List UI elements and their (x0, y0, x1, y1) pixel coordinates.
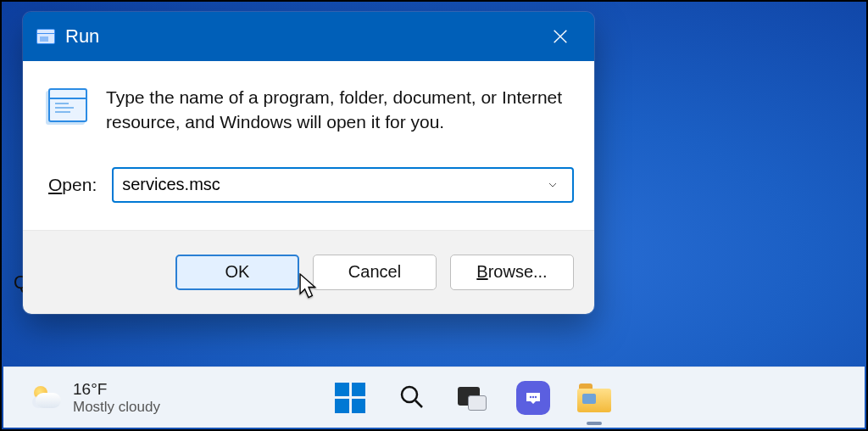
open-combobox[interactable] (112, 167, 574, 203)
task-view-icon (458, 385, 487, 411)
open-input[interactable] (122, 175, 540, 194)
dialog-button-row: OK Cancel Browse... (23, 230, 594, 314)
ok-button[interactable]: OK (175, 255, 299, 290)
search-icon (398, 383, 425, 413)
window-title: Run (65, 25, 99, 48)
run-icon (36, 29, 55, 44)
close-button[interactable] (533, 12, 587, 61)
svg-point-4 (530, 395, 531, 397)
chat-icon (516, 381, 550, 415)
browse-button[interactable]: Browse... (450, 255, 574, 290)
svg-line-3 (415, 400, 422, 407)
weather-widget[interactable]: 16°F Mostly cloudy (32, 380, 160, 415)
svg-point-6 (535, 395, 537, 397)
close-icon (551, 27, 570, 46)
taskbar-center (331, 379, 613, 417)
weather-text: 16°F Mostly cloudy (73, 380, 160, 415)
chat-button[interactable] (515, 379, 552, 417)
chevron-down-icon (546, 178, 559, 192)
weather-icon (32, 384, 63, 410)
titlebar-left: Run (36, 25, 99, 48)
run-large-icon (48, 88, 87, 122)
weather-condition: Mostly cloudy (73, 399, 160, 416)
run-dialog: Run Type the name of a program, folder, … (23, 12, 594, 314)
taskbar[interactable]: 16°F Mostly cloudy (3, 367, 865, 428)
instruction-text: Type the name of a program, folder, docu… (106, 85, 574, 135)
svg-point-5 (532, 395, 534, 397)
dialog-body: Type the name of a program, folder, docu… (23, 61, 594, 230)
cancel-button[interactable]: Cancel (313, 255, 437, 290)
open-label: Open: (48, 175, 97, 195)
file-explorer-button[interactable] (576, 379, 613, 417)
weather-temperature: 16°F (73, 380, 160, 399)
titlebar[interactable]: Run (23, 12, 594, 61)
svg-point-2 (402, 387, 417, 402)
active-app-indicator (587, 422, 602, 425)
windows-logo-icon (335, 383, 365, 413)
desktop-background: Q Run Type the name of a program, folder… (0, 0, 868, 431)
dropdown-button[interactable] (540, 178, 565, 192)
task-view-button[interactable] (453, 379, 491, 417)
search-button[interactable] (392, 379, 430, 417)
start-button[interactable] (331, 379, 369, 417)
folder-icon (577, 383, 611, 412)
